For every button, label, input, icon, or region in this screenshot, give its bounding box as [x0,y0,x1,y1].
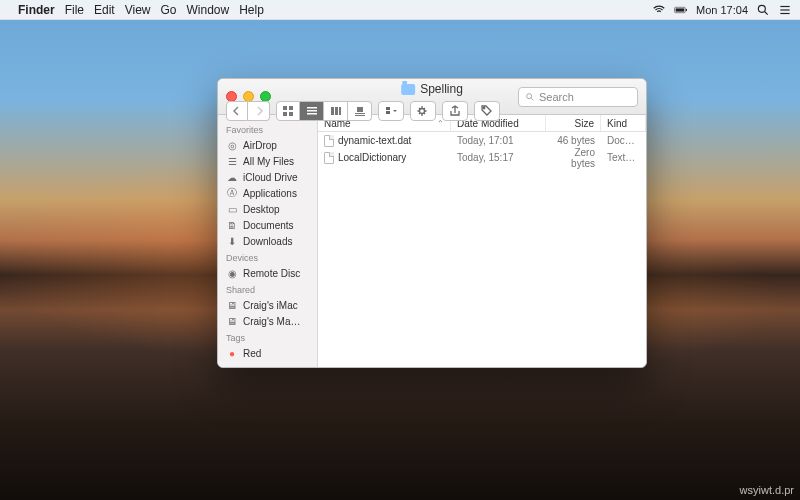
sidebar-item-remotedisc[interactable]: ◉Remote Disc [218,265,317,281]
battery-icon[interactable] [674,3,688,17]
svg-rect-19 [355,113,365,114]
sidebar-item-allmyfiles[interactable]: ☰All My Files [218,153,317,169]
sidebar-item-shared-imac[interactable]: 🖥Craig's iMac [218,297,317,313]
window-title-text: Spelling [420,82,463,96]
file-name: dynamic-text.dat [338,135,411,146]
sidebar-item-airdrop[interactable]: ◎AirDrop [218,137,317,153]
file-kind: Docume… [601,135,646,146]
menu-edit[interactable]: Edit [94,3,115,17]
document-icon [324,152,334,164]
svg-rect-15 [331,107,334,115]
sidebar-item-shared-mac[interactable]: 🖥Craig's Ma… [218,313,317,329]
sidebar-heading-shared: Shared [218,281,317,297]
view-column-button[interactable] [324,101,348,121]
file-date: Today, 15:17 [451,152,546,163]
airdrop-icon: ◎ [226,139,238,151]
file-kind: TextEd… [601,152,646,163]
sidebar-item-tag-red[interactable]: ●Red [218,345,317,361]
tags-button[interactable] [474,101,500,121]
sidebar-item-icloud[interactable]: ☁iCloud Drive [218,169,317,185]
watermark: wsyiwt.d.pr [740,484,794,496]
window-titlebar[interactable]: Spelling Search [218,79,646,115]
view-switcher [276,101,372,121]
svg-point-24 [483,107,485,109]
sidebar-heading-tags: Tags [218,329,317,345]
icloud-icon: ☁ [226,171,238,183]
action-dropdown[interactable] [410,101,436,121]
wifi-icon[interactable] [652,3,666,17]
menubar: Finder File Edit View Go Window Help Mon… [0,0,800,20]
search-field[interactable]: Search [518,87,638,107]
menu-go[interactable]: Go [161,3,177,17]
svg-rect-9 [289,106,293,110]
desktop-icon: ▭ [226,203,238,215]
file-row[interactable]: LocalDictionary Today, 15:17 Zero bytes … [318,149,646,166]
svg-rect-11 [289,112,293,116]
finder-window: Spelling Search [217,78,647,368]
svg-rect-20 [355,115,365,116]
tag-red-icon: ● [226,347,238,359]
spotlight-icon[interactable] [756,3,770,17]
sidebar-item-desktop[interactable]: ▭Desktop [218,201,317,217]
svg-rect-10 [283,112,287,116]
window-title: Spelling [401,82,463,96]
svg-point-25 [527,93,532,98]
search-icon [525,92,535,102]
sidebar-heading-favorites: Favorites [218,121,317,137]
svg-rect-2 [676,8,685,11]
view-icon-button[interactable] [276,101,300,121]
sidebar-item-documents[interactable]: 🗎Documents [218,217,317,233]
svg-rect-13 [307,110,317,112]
document-icon [324,135,334,147]
nav-forward-button[interactable] [248,101,270,121]
svg-rect-21 [386,107,390,110]
svg-rect-1 [686,8,687,10]
computer-icon: 🖥 [226,315,238,327]
nav-back-button[interactable] [226,101,248,121]
notification-center-icon[interactable] [778,3,792,17]
svg-rect-22 [386,111,390,114]
file-listing: Name⌃ Date Modified Size Kind dynamic-te… [318,115,646,367]
file-date: Today, 17:01 [451,135,546,146]
sidebar-heading-devices: Devices [218,249,317,265]
file-size: Zero bytes [546,147,601,169]
computer-icon: 🖥 [226,299,238,311]
svg-rect-18 [357,107,363,112]
folder-icon [401,84,415,95]
menu-help[interactable]: Help [239,3,264,17]
svg-rect-16 [335,107,338,115]
menubar-app-name[interactable]: Finder [18,3,55,17]
finder-sidebar: Favorites ◎AirDrop ☰All My Files ☁iCloud… [218,115,318,367]
search-placeholder: Search [539,91,574,103]
applications-icon: Ⓐ [226,187,238,199]
share-button[interactable] [442,101,468,121]
svg-point-3 [758,5,765,12]
arrange-dropdown[interactable] [378,101,404,121]
disc-icon: ◉ [226,267,238,279]
svg-point-23 [420,109,425,114]
file-size: 46 bytes [546,135,601,146]
svg-rect-12 [307,107,317,109]
file-name: LocalDictionary [338,152,406,163]
svg-line-4 [765,11,768,14]
view-coverflow-button[interactable] [348,101,372,121]
downloads-icon: ⬇ [226,235,238,247]
svg-rect-17 [339,107,341,115]
menu-window[interactable]: Window [187,3,230,17]
svg-line-26 [531,98,533,100]
menubar-clock[interactable]: Mon 17:04 [696,4,748,16]
menu-view[interactable]: View [125,3,151,17]
svg-rect-8 [283,106,287,110]
svg-rect-14 [307,113,317,115]
sidebar-item-downloads[interactable]: ⬇Downloads [218,233,317,249]
documents-icon: 🗎 [226,219,238,231]
allmyfiles-icon: ☰ [226,155,238,167]
sidebar-item-applications[interactable]: ⒶApplications [218,185,317,201]
view-list-button[interactable] [300,101,324,121]
column-header-size[interactable]: Size [546,115,601,131]
menu-file[interactable]: File [65,3,84,17]
column-header-kind[interactable]: Kind [601,115,646,131]
